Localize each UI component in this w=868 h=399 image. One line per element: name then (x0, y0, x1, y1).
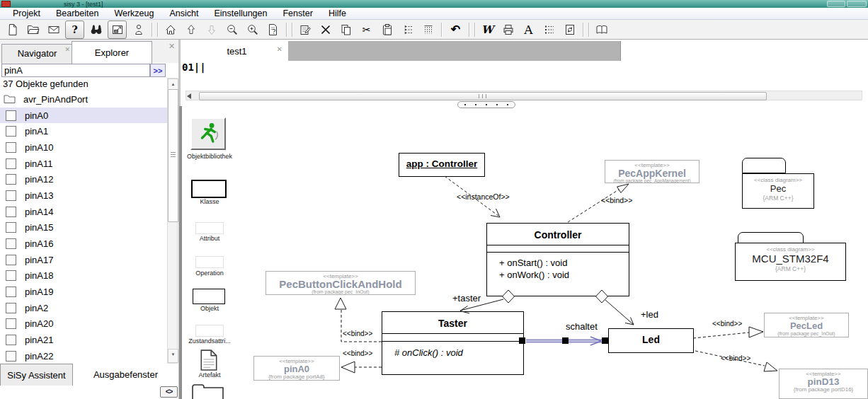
palette-artefakt-tool[interactable] (200, 349, 218, 374)
attribute-compartment (487, 245, 629, 253)
splitter-handle[interactable] (457, 101, 515, 108)
tab-ausgabefenster[interactable]: Ausgabefenster (73, 364, 178, 386)
cut-button[interactable]: ✂ (358, 21, 375, 38)
list-item[interactable]: pinA1 (0, 123, 167, 139)
search-binoculars-button[interactable] (87, 21, 105, 38)
canvas-horizontal-scrollbar[interactable] (185, 91, 862, 100)
palette-folder-tool[interactable] (191, 383, 225, 399)
menu-ansicht[interactable]: Ansicht (161, 8, 206, 18)
structure-list-button[interactable] (399, 21, 416, 38)
list-item-label: pinA22 (25, 351, 53, 362)
scrollbar-thumb[interactable] (168, 89, 178, 222)
palette-attribut-tool[interactable] (195, 222, 224, 234)
delete-button[interactable] (316, 21, 334, 38)
uml-template-pecappkernel[interactable]: <<template>> PecAppKernel (from package … (605, 160, 699, 183)
home-button[interactable] (161, 21, 179, 38)
tab-test1[interactable]: test1 ✕ (185, 41, 288, 61)
list-item[interactable]: pinA22 (0, 348, 167, 364)
uml-template-pind13[interactable]: <<template>> pinD13 {from package portD1… (779, 369, 868, 399)
document-properties-button[interactable]: ? (264, 21, 282, 38)
list-item[interactable]: pinA16 (0, 236, 167, 252)
refresh-document-button[interactable] (561, 21, 578, 38)
list-item[interactable]: pinA13 (0, 187, 167, 204)
list-item[interactable]: pinA20 (0, 316, 167, 332)
home-icon (164, 23, 177, 36)
navigate-down-button[interactable] (202, 21, 220, 38)
list-item[interactable]: pinA14 (0, 204, 167, 220)
uml-class-led[interactable]: Led (608, 328, 694, 353)
list-item[interactable]: pinA10 (0, 139, 167, 156)
mail-button[interactable] (45, 21, 62, 38)
inline-edit-text[interactable]: 01|| (182, 62, 206, 73)
menu-fenster[interactable]: Fenster (275, 8, 320, 18)
uml-template-pecbuttonclickandhold[interactable]: <<template>> PecButtonClickAndHold (from… (265, 271, 416, 295)
zoom-out-button[interactable] (223, 21, 241, 38)
uml-template-pecled[interactable]: <<template>> PecLed (from package pec_In… (764, 313, 849, 337)
palette-zustandsattribut-tool[interactable] (195, 325, 224, 337)
scrollbar-thumb[interactable] (199, 92, 767, 100)
list-item[interactable]: pinA17 (0, 252, 167, 268)
list-item[interactable]: pinA2 (0, 300, 167, 316)
paste-button[interactable] (378, 21, 396, 38)
person-objects-button[interactable] (130, 21, 147, 38)
close-icon[interactable]: ✕ (64, 47, 70, 53)
tab-sisy-assistent[interactable]: SiSy Assistent (0, 364, 73, 386)
bullet-list-button[interactable] (540, 21, 558, 38)
font-button[interactable]: A (520, 21, 537, 38)
table-view-button[interactable] (419, 21, 437, 38)
template-name: pinD13 (780, 377, 867, 387)
new-document-button[interactable] (4, 21, 21, 38)
search-input[interactable] (1, 64, 150, 77)
word-export-button[interactable]: W (479, 21, 496, 38)
package-mcu-tab[interactable] (738, 232, 804, 243)
open-folder-button[interactable] (24, 21, 42, 38)
list-item[interactable]: pinA15 (0, 220, 167, 236)
copy-button[interactable] (337, 21, 355, 38)
maximize-button[interactable] (847, 1, 867, 7)
collapse-panel-button[interactable]: <> (160, 386, 178, 398)
edit-properties-button[interactable] (296, 21, 314, 38)
help-button[interactable]: ? (65, 21, 84, 39)
package-mcu-stm32f4[interactable]: <<class diagram>> MCU_STM32F4 {ARM C++} (735, 243, 846, 281)
menu-einstellungen[interactable]: Einstellungen (206, 8, 275, 18)
list-item[interactable]: pinA19 (0, 284, 167, 300)
navigate-up-button[interactable] (182, 21, 200, 38)
list-item[interactable]: pinA21 (0, 332, 167, 348)
scroll-down-button[interactable]: ▼ (168, 349, 178, 363)
uml-object-app-controller[interactable]: app : Controller (399, 153, 485, 177)
scroll-left-icon[interactable] (187, 93, 191, 99)
list-item[interactable]: pinA11 (0, 156, 167, 172)
zoom-in-button[interactable] (244, 21, 261, 38)
list-item-label: pinA14 (25, 207, 53, 217)
menu-werkzeug[interactable]: Werkzeug (106, 8, 161, 18)
search-go-button[interactable]: >> (150, 64, 166, 77)
palette-operation-tool[interactable] (195, 256, 224, 268)
palette-label: Objekt (182, 305, 237, 312)
list-item[interactable]: pinA18 (0, 268, 167, 284)
uml-template-pina0[interactable]: <<template>> pinA0 {from package portA8} (253, 356, 340, 381)
package-pec[interactable]: <<class diagram>> Pec {ARM C++} (742, 173, 814, 209)
template-name: PecButtonClickAndHold (266, 279, 415, 289)
menu-bearbeiten[interactable]: Bearbeiten (48, 8, 106, 18)
menu-projekt[interactable]: Projekt (5, 8, 48, 18)
label-association-schaltet: schaltet (566, 321, 598, 332)
documentation-book-button[interactable] (593, 21, 610, 38)
palette-objekt-tool[interactable] (193, 289, 225, 304)
package-pec-tab[interactable] (742, 158, 786, 173)
list-item[interactable]: avr_PinAndPort (0, 91, 167, 108)
print-button[interactable] (499, 21, 517, 38)
list-item-selected[interactable]: pinA0 (0, 108, 167, 124)
object-icon (6, 158, 16, 169)
diagram-view-button[interactable] (108, 21, 127, 39)
palette-klasse-tool[interactable] (191, 180, 227, 198)
object-library-button[interactable] (190, 117, 226, 150)
uml-class-taster[interactable]: Taster # onClick() : void (382, 311, 524, 375)
menu-hilfe[interactable]: Hilfe (321, 8, 354, 18)
list-item[interactable]: pinA12 (0, 171, 167, 187)
close-tab-icon[interactable]: ✕ (277, 46, 282, 52)
undo-button[interactable]: ↶ (447, 21, 464, 38)
uml-class-controller[interactable]: Controller + onStart() : void + onWork()… (486, 223, 629, 296)
minimize-button[interactable] (827, 1, 845, 7)
close-panel-icon[interactable]: ✕ (169, 43, 175, 50)
list-scrollbar[interactable]: ▲ ▼ (167, 78, 178, 364)
